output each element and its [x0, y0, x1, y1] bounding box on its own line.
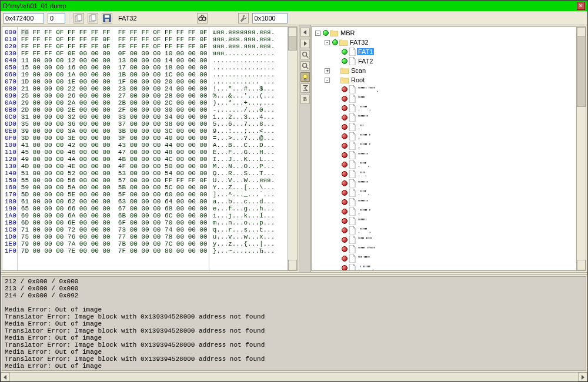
message-pane: 212 / 0x000 / 0x000 213 / 0x000 / 0x000 … — [2, 276, 586, 371]
tree-row[interactable]: '''''''' — [314, 113, 576, 122]
splitter[interactable] — [1, 273, 587, 275]
led-green-icon — [323, 30, 329, 36]
tree-row[interactable]: .''''' . — [314, 188, 576, 197]
file-icon — [349, 160, 356, 169]
tree-row[interactable]: FAT1 — [314, 47, 576, 56]
tree-label[interactable]: .' '''''' . — [357, 264, 375, 270]
tree-row[interactable]: -MBR — [314, 28, 576, 38]
hint-icon[interactable] — [300, 72, 310, 82]
tree-label[interactable]: FAT1 — [357, 48, 374, 55]
expander-icon[interactable]: - — [315, 31, 320, 36]
nav-right-icon[interactable] — [300, 39, 310, 48]
tree-row[interactable]: ,'''''' ' — [314, 141, 576, 150]
tree-label[interactable]: .''''' . — [357, 161, 371, 168]
hex-ascii[interactable]: шяя.яяяяяяя.яяя. яяя.яяя.яяя.яяя. яяя.яя… — [209, 27, 288, 270]
led-red-icon — [342, 246, 348, 252]
window-title: D:\my\sd\01_01.dump — [3, 2, 66, 9]
tree-label[interactable]: .''' — [357, 123, 365, 130]
tools-button[interactable] — [238, 13, 249, 24]
tree-row[interactable]: '''''' '''''' — [314, 244, 576, 254]
led-red-icon — [342, 152, 348, 158]
copy-button[interactable] — [74, 13, 84, 24]
step-input[interactable] — [252, 13, 288, 24]
copy2-button[interactable] — [88, 13, 98, 24]
zoom-in-icon[interactable] — [300, 50, 310, 59]
file-icon — [349, 104, 356, 112]
tree-row[interactable]: -Root — [314, 75, 576, 85]
tree-label[interactable]: '''''''' — [357, 114, 369, 121]
led-red-icon — [342, 133, 348, 139]
led-red-icon — [342, 256, 348, 262]
tree-row[interactable]: .''' — [314, 122, 576, 132]
tree-row[interactable]: ,'''''' ' — [314, 132, 576, 141]
tree-label[interactable]: '''''' — [357, 95, 367, 102]
tree-row[interactable]: .''''. — [314, 169, 576, 179]
tree-label[interactable]: ,'''''' ' — [357, 142, 372, 149]
tree-label[interactable]: .'''''' . — [357, 105, 372, 112]
tree-label[interactable]: Scan — [350, 67, 367, 74]
expander-icon[interactable]: + — [325, 68, 330, 73]
tree-scrollbar[interactable] — [576, 27, 586, 270]
selector-input[interactable] — [48, 13, 65, 24]
tree-row[interactable]: '''''''' — [314, 179, 576, 188]
nav-left-icon[interactable] — [300, 28, 310, 37]
tree-label[interactable]: ''''''' ''''' . — [357, 86, 379, 93]
tree-label[interactable]: '''''' '''''' — [357, 246, 376, 253]
message-hscroll[interactable] — [1, 372, 587, 381]
tree-row[interactable]: .'''''' . — [314, 103, 576, 113]
tree-row[interactable]: .'''''' . — [314, 226, 576, 235]
tree-label[interactable]: .'''''' . — [357, 227, 372, 234]
folder-icon — [340, 76, 349, 83]
hex-offsets: 000 010 020 030 040 050 060 070 080 090 … — [2, 27, 18, 270]
led-red-icon — [342, 124, 348, 130]
file-icon — [349, 57, 356, 65]
tree-label[interactable]: .''''' . — [357, 189, 371, 196]
scroll-right-icon[interactable] — [578, 373, 587, 381]
tree-label[interactable]: FAT2 — [357, 58, 374, 65]
tree-label[interactable]: '''''''' — [357, 180, 369, 187]
tree-row[interactable]: ''''''' — [314, 216, 576, 226]
tool-column — [299, 25, 311, 272]
tree-row[interactable]: FAT2 — [314, 56, 576, 66]
sum-icon[interactable] — [300, 83, 310, 93]
address-input[interactable] — [3, 13, 44, 24]
tree-row[interactable]: .' '''''' . — [314, 263, 576, 270]
scroll-left-icon[interactable] — [1, 373, 10, 381]
tree-label[interactable]: MBR — [339, 29, 356, 36]
bold-icon[interactable] — [300, 95, 310, 104]
file-icon — [349, 132, 356, 140]
expander-icon[interactable]: - — [325, 78, 330, 83]
tree-row[interactable]: ''''''' ''''' . — [314, 85, 576, 94]
close-button[interactable]: ✕ — [577, 2, 585, 10]
hex-scrollbar[interactable] — [288, 27, 297, 270]
file-icon — [349, 207, 356, 216]
led-green-icon — [332, 39, 338, 45]
tree-label[interactable]: ''''' ''''' — [357, 236, 373, 243]
hex-bytes[interactable]: F8 FF FF 0F FF FF FF FF FF FF FF 0F FF F… — [18, 27, 209, 270]
tree-label[interactable]: ''' ''''' — [357, 255, 371, 262]
tree-label[interactable]: ''''''' — [357, 217, 368, 224]
tree-label[interactable]: '''''''' — [357, 199, 369, 206]
tree-label[interactable]: ,'''''' ' — [357, 208, 372, 215]
tree-label[interactable]: .''''. — [357, 170, 368, 177]
zoom-out-icon[interactable] — [300, 61, 310, 71]
tree-row[interactable]: ,'''''' ' — [314, 207, 576, 216]
expander-icon[interactable]: - — [325, 40, 330, 45]
tree-row[interactable]: +Scan — [314, 66, 576, 75]
tree-row[interactable]: '''''' — [314, 94, 576, 103]
tree-label[interactable]: ,'''''' ' — [357, 133, 372, 140]
tree-label[interactable]: Root — [350, 76, 366, 83]
tree-row[interactable]: '''''''' — [314, 197, 576, 207]
tree-row[interactable]: ''' ''''' — [314, 254, 576, 263]
tree-row[interactable]: '''''''' — [314, 150, 576, 160]
tree-label[interactable]: FAT32 — [349, 39, 370, 46]
save-button[interactable] — [102, 13, 112, 24]
file-icon — [349, 217, 356, 225]
tree-row[interactable]: -FAT32 — [314, 38, 576, 47]
tree-row[interactable]: ''''' ''''' — [314, 235, 576, 244]
file-icon — [349, 123, 356, 131]
tree-label[interactable]: '''''''' — [357, 152, 369, 159]
search-button[interactable] — [197, 13, 208, 24]
tree-row[interactable]: .''''' . — [314, 160, 576, 169]
file-icon — [349, 170, 356, 178]
